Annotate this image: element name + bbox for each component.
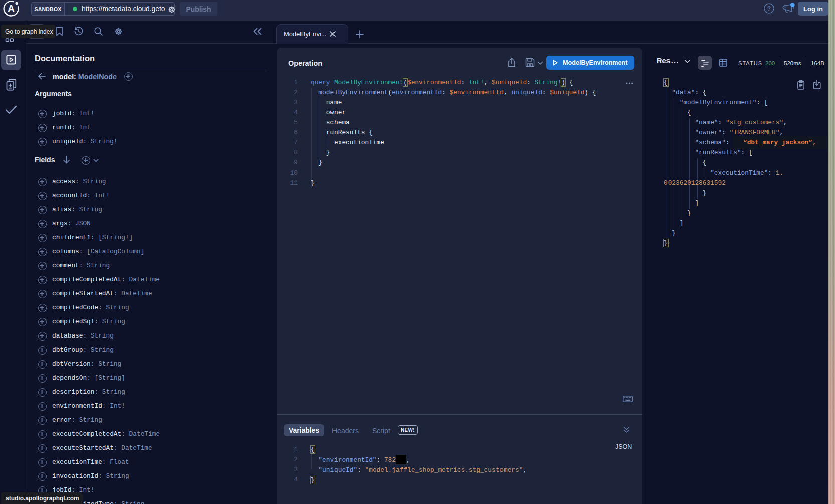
svg-text:A: A bbox=[8, 3, 15, 14]
svg-text:?: ? bbox=[767, 5, 771, 12]
